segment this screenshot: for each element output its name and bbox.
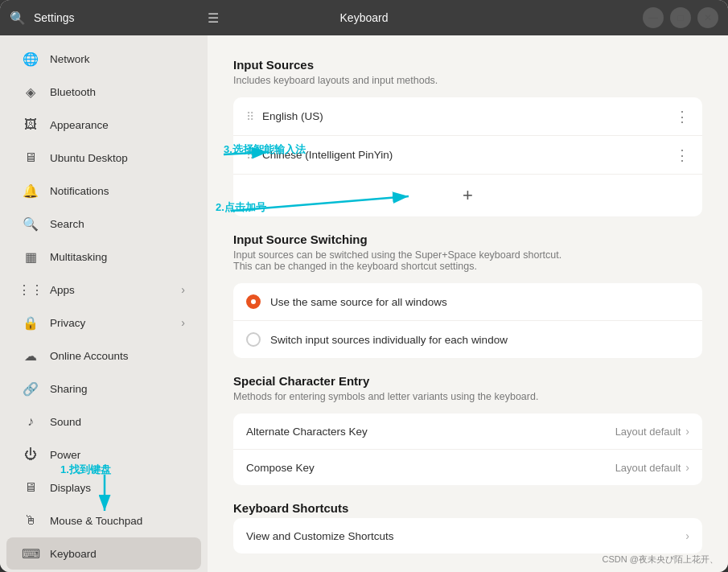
online-accounts-icon: ☁ — [23, 348, 39, 364]
keyboard-shortcuts-title: Keyboard Shortcuts — [233, 501, 702, 515]
apps-chevron-icon: › — [181, 283, 185, 296]
english-us-row[interactable]: ⠿ English (US) ⋮ — [233, 97, 702, 136]
main-wrapper: Input Sources Includes keyboard layouts … — [208, 35, 728, 572]
special-char-card: Alternate Characters Key Layout default … — [233, 414, 702, 485]
sidebar-item-multitasking[interactable]: ▦ Multitasking — [6, 241, 201, 273]
privacy-icon: 🔒 — [23, 315, 39, 331]
compose-key-value: Layout default — [615, 462, 681, 474]
sidebar-item-appearance-label: Appearance — [50, 119, 109, 131]
alternate-chars-chevron-icon: › — [685, 425, 689, 438]
individual-source-label: Switch input sources individually for ea… — [270, 334, 508, 346]
keyboard-shortcuts-card: View and Customize Shortcuts › — [233, 518, 702, 553]
titlebar-left: 🔍 Settings ☰ — [10, 10, 219, 26]
sidebar-item-privacy[interactable]: 🔒 Privacy › — [6, 307, 201, 339]
compose-key-chevron-icon: › — [685, 461, 689, 474]
sidebar-item-sharing-label: Sharing — [50, 383, 88, 395]
view-shortcuts-chevron-icon: › — [685, 529, 689, 542]
sidebar-item-search[interactable]: 🔍 Search — [6, 208, 201, 240]
input-sources-subtitle: Includes keyboard layouts and input meth… — [233, 75, 702, 86]
network-icon: 🌐 — [23, 51, 39, 67]
chinese-pinyin-row[interactable]: ⠿ Chinese (Intelligent PinYin) ⋮ — [233, 136, 702, 175]
sidebar-item-displays[interactable]: 🖥 Displays — [6, 471, 201, 504]
sidebar-item-multitasking-label: Multitasking — [50, 251, 107, 263]
apps-icon: ⋮⋮ — [23, 282, 39, 298]
sidebar-item-network-label: Network — [50, 53, 90, 65]
input-sources-title: Input Sources — [233, 58, 702, 72]
sharing-icon: 🔗 — [23, 381, 39, 397]
special-char-subtitle: Methods for entering symbols and letter … — [233, 391, 702, 402]
sidebar-item-power-label: Power — [50, 449, 80, 461]
sidebar-item-network[interactable]: 🌐 Network — [6, 43, 201, 75]
search-button[interactable]: 🔍 — [10, 10, 26, 26]
sidebar: 🌐 Network ◈ Bluetooth 🖼 Appearance 🖥 Ubu… — [0, 35, 208, 572]
compose-key-label: Compose Key — [246, 462, 615, 474]
same-source-label: Use the same source for all windows — [270, 296, 447, 308]
mouse-icon: 🖱 — [23, 512, 39, 529]
sidebar-item-keyboard[interactable]: ⌨ Keyboard — [6, 537, 201, 570]
input-switching-card: Use the same source for all windows Swit… — [233, 283, 702, 358]
view-shortcuts-label: View and Customize Shortcuts — [246, 530, 685, 542]
english-us-label: English (US) — [262, 110, 675, 122]
sidebar-item-online-accounts-label: Online Accounts — [50, 350, 129, 362]
sidebar-item-apps-label: Apps — [50, 284, 75, 296]
input-sources-card: ⠿ English (US) ⋮ ⠿ Chinese (Intelligent … — [233, 97, 702, 216]
sidebar-item-online-accounts[interactable]: ☁ Online Accounts — [6, 339, 201, 372]
english-menu-icon[interactable]: ⋮ — [675, 108, 689, 126]
keyboard-title: Keyboard — [340, 11, 389, 24]
sidebar-item-keyboard-label: Keyboard — [50, 548, 97, 560]
input-switching-title: Input Source Switching — [233, 233, 702, 246]
sidebar-item-apps[interactable]: ⋮⋮ Apps › — [6, 274, 201, 306]
individual-source-radio[interactable] — [246, 332, 261, 347]
sidebar-item-sound[interactable]: ♪ Sound — [6, 405, 201, 438]
window-controls: — □ ✕ — [643, 7, 718, 28]
menu-button[interactable]: ☰ — [208, 10, 219, 26]
sidebar-item-ubuntu-desktop[interactable]: 🖥 Ubuntu Desktop — [6, 142, 201, 174]
ubuntu-icon: 🖥 — [23, 150, 39, 166]
input-sources-section: Input Sources Includes keyboard layouts … — [233, 58, 702, 216]
keyboard-shortcuts-section: Keyboard Shortcuts View and Customize Sh… — [233, 501, 702, 553]
compose-key-row[interactable]: Compose Key Layout default › — [233, 450, 702, 485]
sidebar-item-ubuntu-label: Ubuntu Desktop — [50, 152, 128, 164]
sidebar-item-notifications[interactable]: 🔔 Notifications — [6, 175, 201, 207]
sidebar-item-mouse-label: Mouse & Touchpad — [50, 515, 142, 527]
add-input-source-row[interactable]: + — [233, 175, 702, 216]
sidebar-item-sharing[interactable]: 🔗 Sharing — [6, 372, 201, 405]
individual-source-row[interactable]: Switch input sources individually for ea… — [233, 321, 702, 358]
power-icon: ⏻ — [23, 446, 39, 463]
special-char-title: Special Character Entry — [233, 374, 702, 388]
view-shortcuts-row[interactable]: View and Customize Shortcuts › — [233, 518, 702, 553]
chinese-pinyin-label: Chinese (Intelligent PinYin) — [262, 149, 675, 161]
sidebar-item-notifications-label: Notifications — [50, 185, 109, 197]
privacy-chevron-icon: › — [181, 316, 185, 329]
alternate-chars-row[interactable]: Alternate Characters Key Layout default … — [233, 414, 702, 450]
sidebar-item-bluetooth-label: Bluetooth — [50, 86, 96, 98]
sidebar-item-sound-label: Sound — [50, 416, 81, 428]
alternate-chars-label: Alternate Characters Key — [246, 426, 615, 438]
alternate-chars-value: Layout default — [615, 426, 681, 438]
sidebar-item-bluetooth[interactable]: ◈ Bluetooth — [6, 76, 201, 108]
add-input-source-button[interactable]: + — [455, 183, 481, 208]
same-source-row[interactable]: Use the same source for all windows — [233, 283, 702, 321]
same-source-radio[interactable] — [246, 294, 261, 309]
keyboard-icon: ⌨ — [23, 545, 39, 562]
special-char-section: Special Character Entry Methods for ente… — [233, 374, 702, 485]
sidebar-item-displays-label: Displays — [50, 482, 91, 494]
bluetooth-icon: ◈ — [23, 84, 39, 100]
sidebar-item-power[interactable]: ⏻ Power — [6, 438, 201, 471]
appearance-icon: 🖼 — [23, 117, 39, 133]
sidebar-item-mouse-touchpad[interactable]: 🖱 Mouse & Touchpad — [6, 504, 201, 537]
settings-window: 🔍 Settings ☰ Keyboard — □ ✕ 🌐 Network ◈ … — [0, 0, 728, 572]
drag-handle-english: ⠿ — [246, 110, 254, 123]
input-switching-subtitle: Input sources can be switched using the … — [233, 249, 702, 272]
minimize-button[interactable]: — — [643, 7, 664, 28]
main-content: Input Sources Includes keyboard layouts … — [208, 35, 728, 572]
content-area: 🌐 Network ◈ Bluetooth 🖼 Appearance 🖥 Ubu… — [0, 35, 728, 572]
sound-icon: ♪ — [23, 414, 39, 430]
drag-handle-chinese: ⠿ — [246, 149, 254, 162]
maximize-button[interactable]: □ — [670, 7, 691, 28]
close-button[interactable]: ✕ — [697, 7, 718, 28]
settings-label: Settings — [34, 11, 75, 24]
sidebar-item-appearance[interactable]: 🖼 Appearance — [6, 109, 201, 141]
sidebar-item-privacy-label: Privacy — [50, 317, 85, 329]
chinese-menu-icon[interactable]: ⋮ — [675, 146, 689, 164]
